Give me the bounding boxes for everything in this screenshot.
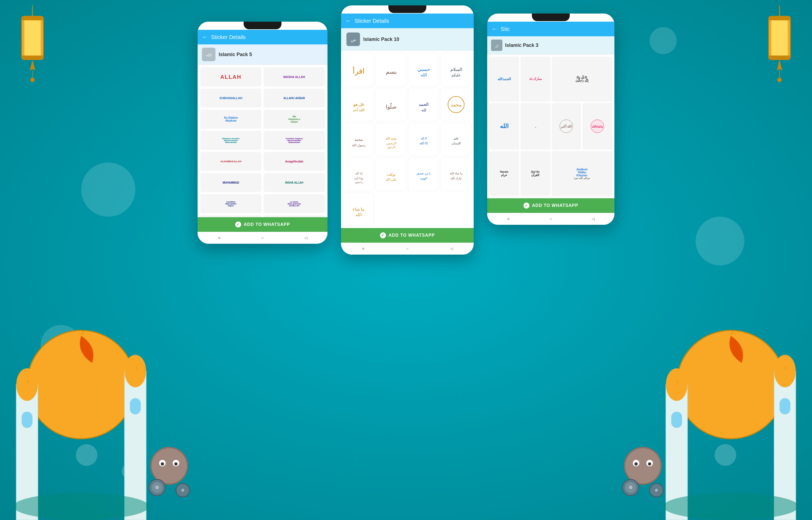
app-header-right: ← Stic (487, 22, 614, 36)
svg-text:ما شاء: ما شاء (353, 207, 365, 211)
nav-home-center[interactable]: ○ (404, 245, 411, 252)
svg-text:الله: الله (206, 53, 212, 57)
callig-9[interactable]: محمد رسول الله (343, 123, 374, 156)
svg-text:السلام: السلام (450, 67, 462, 72)
svg-text:ما شاء الله: ما شاء الله (450, 172, 463, 175)
svg-text:الهوى: الهوى (420, 177, 427, 180)
sticker-astaghfirullah[interactable]: Astaghfirullah (263, 152, 325, 171)
callig-17[interactable]: ما شاء الله (343, 192, 374, 226)
back-button-center[interactable]: ← (345, 17, 351, 24)
callig-4[interactable]: السلام عليكم (441, 53, 472, 86)
phone-notch-left (244, 22, 281, 29)
sticker-assalamu[interactable]: Assalamu AlaykumWarahmatallahiWabarakata… (263, 131, 325, 150)
nav-home-left[interactable]: ○ (259, 235, 266, 241)
nav-menu-right[interactable]: ≡ (505, 215, 511, 222)
sticker-subhan[interactable]: SUBHANALLAH (200, 88, 261, 107)
back-button-right[interactable]: ← (492, 25, 498, 32)
callig-16[interactable]: ما شاء الله تبارك الله (441, 158, 472, 191)
callig-12[interactable]: علم الإنسان (441, 123, 472, 156)
svg-rect-35 (780, 398, 790, 414)
callig-1[interactable]: اقرأ (343, 53, 374, 86)
callig-14[interactable]: توكلت على الله (376, 158, 407, 191)
bottom-nav-right: ≡ ○ ◁ (487, 213, 614, 225)
callig-15[interactable]: يا من تعشق الهوى (408, 158, 439, 191)
svg-text:عليكم: عليكم (451, 73, 461, 77)
sticker-r8[interactable]: Haram حرام (489, 151, 519, 196)
svg-text:إلا الله: إلا الله (420, 141, 428, 146)
callig-8[interactable]: محمد (441, 88, 472, 121)
svg-text:ص: ص (351, 37, 356, 42)
whatsapp-icon-left: ✓ (235, 222, 241, 228)
svg-text:الرحمن: الرحمن (386, 141, 396, 145)
sticker-grid-right: الحمدالله مبارک باد إِنَّا لِلَّهِ وَإِن… (487, 54, 614, 198)
pack-title-center: Islamic Pack 10 (363, 36, 399, 42)
svg-text:☽: ☽ (78, 329, 84, 336)
nav-back-center[interactable]: ◁ (448, 245, 455, 252)
callig-11[interactable]: لا إله إلا الله (408, 123, 439, 156)
phone-left: ← Sticker Details الله Islamic Pack 5 AL… (198, 22, 328, 244)
callig-5[interactable]: قل هو الله أحد (343, 88, 374, 121)
svg-rect-11 (769, 16, 790, 20)
svg-text:على الله: على الله (386, 178, 397, 181)
sticker-r3[interactable]: إِنَّا لِلَّهِ وَإِنَّاإِلَيْهِ رَاجِعُو… (552, 57, 613, 102)
sticker-r6[interactable]: الله أكبر (552, 103, 581, 150)
svg-text:بسم: بسم (386, 68, 397, 75)
sticker-r4[interactable]: الله (489, 103, 519, 150)
sticker-r9[interactable]: Qur'ān القرآن (521, 151, 550, 196)
pack-header-right: ال Islamic Pack 3 (487, 36, 614, 54)
sticker-allahu[interactable]: ALLAHU AKBAR (263, 88, 325, 107)
sticker-walaykum[interactable]: Walaykum AssalamWarahmatallahiWabarakata… (200, 131, 261, 150)
add-whatsapp-right[interactable]: ✓ ADD TO WHATSAPP (487, 198, 614, 213)
back-button-left[interactable]: ← (202, 33, 208, 41)
sticker-wa-salam[interactable]: WaAlaykum,sSalam (263, 110, 325, 129)
sticker-allah[interactable]: ALLAH (200, 68, 261, 86)
nav-menu-left[interactable]: ≡ (216, 235, 223, 241)
sticker-masha[interactable]: MASHA ALLAH (263, 68, 325, 86)
callig-10[interactable]: بسم الله الرحمن الرحيم (376, 123, 407, 156)
callig-2[interactable]: بسم (376, 53, 407, 86)
sticker-la-hawla[interactable]: La HawlaWala QuwwataIlla BILLAH (263, 194, 325, 213)
svg-text:⚙: ⚙ (155, 485, 159, 490)
phone-notch-right (532, 14, 570, 21)
sticker-alhamdulillah[interactable]: ALHAMDULILLAH (200, 152, 261, 171)
svg-text:وإنا إليه: وإنا إليه (354, 177, 363, 180)
sticker-bismillah[interactable]: BismillahHir RahmanHir Raheem (200, 215, 261, 217)
svg-point-19 (16, 368, 38, 401)
sticker-insha[interactable]: INSHA ALLAH (263, 173, 325, 192)
sticker-innalillahi[interactable]: InnalillahiWainnailaihiRajiun (200, 194, 261, 213)
cartoon-left: ⚙ ⚙ (135, 433, 203, 515)
add-whatsapp-center[interactable]: ✓ ADD TO WHATSAPP (341, 228, 474, 243)
nav-menu-center[interactable]: ≡ (360, 245, 366, 252)
svg-text:إنا لله: إنا لله (355, 172, 362, 176)
callig-13[interactable]: إنا لله وإنا إليه راجعون (343, 158, 374, 191)
pack-title-right: Islamic Pack 3 (505, 43, 538, 48)
sticker-r1[interactable]: الحمدالله (489, 57, 519, 102)
sticker-r5[interactable]: ـ (521, 103, 550, 150)
svg-marker-13 (777, 59, 782, 71)
add-whatsapp-label-left: ADD TO WHATSAPP (244, 222, 290, 227)
nav-back-right[interactable]: ◁ (590, 215, 596, 222)
svg-text:ال: ال (495, 44, 498, 48)
callig-7[interactable]: الحمد لله (408, 88, 439, 121)
svg-point-31 (666, 368, 688, 401)
nav-home-right[interactable]: ○ (548, 215, 554, 222)
svg-point-15 (777, 78, 782, 82)
callig-6[interactable]: صلّوا (376, 88, 407, 121)
sticker-r10[interactable]: Jazākum 'Allāhu Khayran جزاكم الله خيرا (552, 151, 613, 196)
svg-text:لله: لله (421, 108, 426, 112)
sticker-salam[interactable]: As-SalamuAlaykum (200, 110, 261, 129)
svg-text:⚙: ⚙ (655, 488, 658, 492)
svg-text:☽: ☽ (134, 366, 137, 370)
pack-icon-center: ص (346, 32, 360, 46)
svg-point-21 (124, 355, 146, 387)
nav-back-left[interactable]: ◁ (303, 235, 309, 241)
svg-rect-10 (772, 19, 788, 57)
sticker-r7[interactable]: ماشاءالله (583, 103, 612, 150)
add-whatsapp-left[interactable]: ✓ ADD TO WHATSAPP (198, 217, 328, 232)
sticker-muhammad[interactable]: MUHAMMAD (200, 173, 261, 192)
sticker-r2[interactable]: مبارک باد (521, 57, 550, 102)
phone-right: ← Stic ال Islamic Pack 3 الحمدالله (487, 14, 614, 225)
bottom-nav-center: ≡ ○ ◁ (341, 243, 474, 255)
callig-3[interactable]: حسبي الله (408, 53, 439, 86)
add-whatsapp-label-center: ADD TO WHATSAPP (389, 233, 435, 238)
